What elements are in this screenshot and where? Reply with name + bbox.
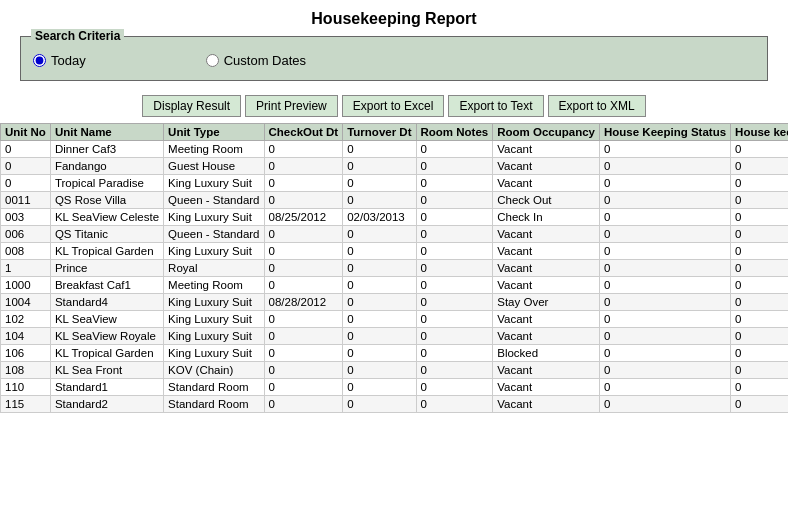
col-unit-name: Unit Name: [50, 124, 163, 141]
table-row: 003KL SeaView CelesteKing Luxury Suit08/…: [1, 209, 789, 226]
table-cell: Dinner Caf3: [50, 141, 163, 158]
radio-today[interactable]: Today: [33, 53, 86, 68]
table-cell: 0: [264, 328, 343, 345]
export-text-button[interactable]: Export to Text: [448, 95, 543, 117]
table-cell: 0: [731, 141, 788, 158]
table-cell: 0: [343, 141, 416, 158]
table-cell: Standard1: [50, 379, 163, 396]
table-cell: 0: [731, 328, 788, 345]
table-cell: 0: [600, 192, 731, 209]
table-cell: Standard2: [50, 396, 163, 413]
report-table: Unit No Unit Name Unit Type CheckOut Dt …: [0, 123, 788, 413]
table-cell: Stay Over: [493, 294, 600, 311]
table-cell: 0: [343, 396, 416, 413]
table-cell: 0: [343, 260, 416, 277]
table-row: 0FandangoGuest House000Vacant00: [1, 158, 789, 175]
col-unit-type: Unit Type: [164, 124, 264, 141]
table-cell: Meeting Room: [164, 141, 264, 158]
table-cell: 0: [731, 362, 788, 379]
table-cell: 0: [731, 311, 788, 328]
export-xml-button[interactable]: Export to XML: [548, 95, 646, 117]
toolbar: Display Result Print Preview Export to E…: [0, 89, 788, 123]
table-cell: 0: [416, 294, 493, 311]
table-cell: Fandango: [50, 158, 163, 175]
table-cell: 0: [264, 345, 343, 362]
table-cell: Prince: [50, 260, 163, 277]
table-cell: 0: [600, 158, 731, 175]
table-cell: 1000: [1, 277, 51, 294]
table-cell: 0: [416, 243, 493, 260]
col-room-occupancy: Room Occupancy: [493, 124, 600, 141]
table-cell: Vacant: [493, 226, 600, 243]
table-cell: 0: [731, 175, 788, 192]
table-cell: 0: [264, 192, 343, 209]
table-cell: 006: [1, 226, 51, 243]
table-cell: Vacant: [493, 243, 600, 260]
table-cell: 0: [416, 226, 493, 243]
table-cell: 0: [264, 260, 343, 277]
table-row: 108KL Sea FrontKOV (Chain)000Vacant00: [1, 362, 789, 379]
table-cell: KL Tropical Garden: [50, 243, 163, 260]
table-cell: 0: [343, 175, 416, 192]
table-cell: 0: [264, 175, 343, 192]
print-preview-button[interactable]: Print Preview: [245, 95, 338, 117]
radio-custom-dates[interactable]: Custom Dates: [206, 53, 306, 68]
table-cell: 0: [343, 277, 416, 294]
table-cell: 0: [600, 277, 731, 294]
table-cell: Vacant: [493, 362, 600, 379]
table-cell: 0: [343, 345, 416, 362]
table-cell: 0: [264, 379, 343, 396]
table-cell: Vacant: [493, 260, 600, 277]
table-row: 1PrinceRoyal000Vacant00: [1, 260, 789, 277]
export-excel-button[interactable]: Export to Excel: [342, 95, 445, 117]
table-cell: Vacant: [493, 141, 600, 158]
table-row: 006QS TitanicQueen - Standard000Vacant00: [1, 226, 789, 243]
table-cell: Queen - Standard: [164, 226, 264, 243]
col-hk-status: House Keeping Status: [600, 124, 731, 141]
table-cell: Vacant: [493, 311, 600, 328]
table-cell: 106: [1, 345, 51, 362]
table-cell: 0: [600, 328, 731, 345]
table-cell: 0: [731, 226, 788, 243]
table-cell: 0: [600, 345, 731, 362]
search-criteria-box: Search Criteria Today Custom Dates: [20, 36, 768, 81]
table-cell: 104: [1, 328, 51, 345]
table-cell: 0: [343, 294, 416, 311]
table-cell: Vacant: [493, 328, 600, 345]
table-cell: 0: [416, 345, 493, 362]
col-housekeeper: House keeper: [731, 124, 788, 141]
table-cell: 1004: [1, 294, 51, 311]
table-cell: 115: [1, 396, 51, 413]
table-cell: 0: [264, 396, 343, 413]
table-cell: 0: [416, 192, 493, 209]
table-cell: 0: [731, 277, 788, 294]
table-cell: 0: [416, 379, 493, 396]
table-cell: 0: [416, 311, 493, 328]
table-cell: Meeting Room: [164, 277, 264, 294]
table-cell: 0: [731, 209, 788, 226]
table-cell: Royal: [164, 260, 264, 277]
table-cell: Vacant: [493, 396, 600, 413]
col-unit-no: Unit No: [1, 124, 51, 141]
table-row: 0011QS Rose VillaQueen - Standard000Chec…: [1, 192, 789, 209]
table-cell: KL Sea Front: [50, 362, 163, 379]
table-cell: 0: [264, 362, 343, 379]
table-row: 115Standard2Standard Room000Vacant00: [1, 396, 789, 413]
table-cell: KOV (Chain): [164, 362, 264, 379]
table-cell: 0: [416, 158, 493, 175]
table-cell: 0: [264, 158, 343, 175]
table-cell: 0: [600, 396, 731, 413]
table-cell: Standard Room: [164, 379, 264, 396]
table-cell: 08/28/2012: [264, 294, 343, 311]
table-cell: 0: [600, 311, 731, 328]
table-cell: 08/25/2012: [264, 209, 343, 226]
table-cell: 108: [1, 362, 51, 379]
table-row: 008KL Tropical GardenKing Luxury Suit000…: [1, 243, 789, 260]
table-cell: 0: [600, 243, 731, 260]
table-cell: KL SeaView Royale: [50, 328, 163, 345]
table-cell: Guest House: [164, 158, 264, 175]
table-cell: 0: [343, 243, 416, 260]
table-cell: 0: [600, 209, 731, 226]
table-cell: Vacant: [493, 277, 600, 294]
display-result-button[interactable]: Display Result: [142, 95, 241, 117]
